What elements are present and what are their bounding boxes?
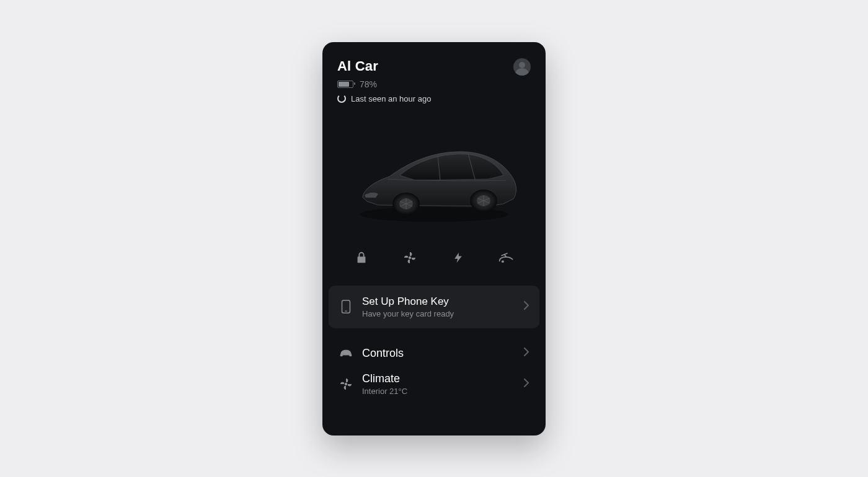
chevron-right-icon xyxy=(523,348,529,359)
vehicle-name: Al Car xyxy=(337,58,431,74)
vehicle-info: Al Car 78% Last seen an hour ago xyxy=(337,58,431,103)
svg-point-12 xyxy=(502,260,504,263)
sync-status: Last seen an hour ago xyxy=(337,94,431,103)
fan-icon xyxy=(339,377,353,392)
climate-subtitle: Interior 21°C xyxy=(362,387,515,396)
lock-button[interactable] xyxy=(347,245,376,271)
last-seen-text: Last seen an hour ago xyxy=(351,94,431,103)
svg-point-15 xyxy=(345,382,347,385)
vehicle-image xyxy=(337,112,531,236)
phone-icon xyxy=(340,299,352,314)
controls-title: Controls xyxy=(362,347,515,360)
chevron-right-icon xyxy=(523,379,529,390)
phone-key-text: Set Up Phone Key Have your key card read… xyxy=(362,295,515,318)
chevron-right-icon xyxy=(523,301,529,312)
battery-icon xyxy=(337,81,353,88)
car-illustration-icon xyxy=(341,118,527,230)
svg-rect-14 xyxy=(345,310,347,311)
frunk-button[interactable] xyxy=(492,245,521,271)
profile-avatar[interactable] xyxy=(513,58,531,76)
fan-icon xyxy=(402,250,417,265)
phone-key-subtitle: Have your key card ready xyxy=(362,309,515,318)
menu-item-climate[interactable]: Climate Interior 21°C xyxy=(337,367,531,403)
vehicle-app-screen: Al Car 78% Last seen an hour ago xyxy=(322,42,546,435)
charge-button[interactable] xyxy=(444,245,472,271)
frunk-open-icon xyxy=(498,251,515,265)
battery-status: 78% xyxy=(337,79,431,89)
car-front-icon xyxy=(339,348,353,359)
climate-title: Climate xyxy=(362,372,515,385)
svg-point-11 xyxy=(409,256,411,258)
controls-text: Controls xyxy=(362,347,515,360)
fan-button[interactable] xyxy=(396,245,424,271)
battery-percentage: 78% xyxy=(360,79,377,89)
climate-text: Climate Interior 21°C xyxy=(362,372,515,396)
setup-phone-key-card[interactable]: Set Up Phone Key Have your key card read… xyxy=(329,286,539,328)
phone-key-title: Set Up Phone Key xyxy=(362,295,515,308)
quick-actions-bar xyxy=(337,245,531,271)
lock-icon xyxy=(355,251,368,265)
bolt-icon xyxy=(452,251,464,265)
menu-item-controls[interactable]: Controls xyxy=(337,337,531,367)
header: Al Car 78% Last seen an hour ago xyxy=(337,58,531,103)
loading-spinner-icon xyxy=(337,94,346,103)
